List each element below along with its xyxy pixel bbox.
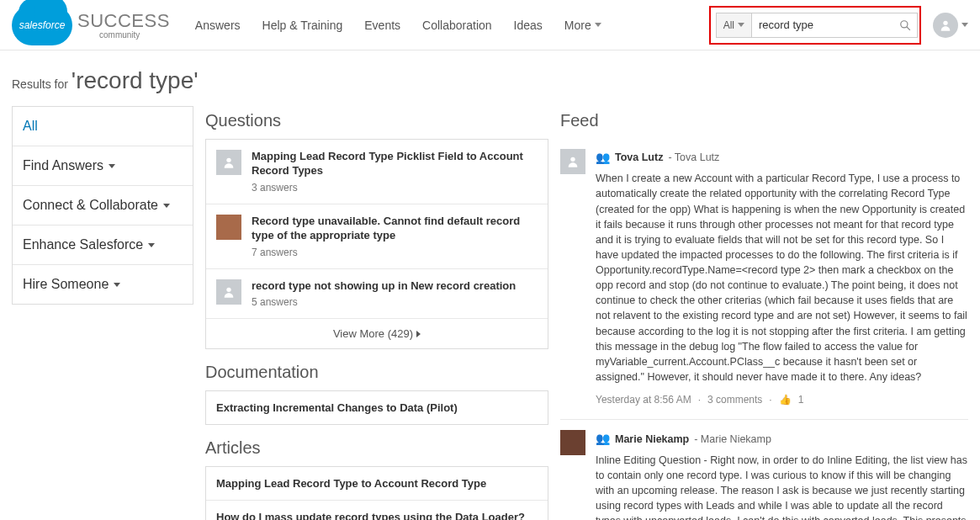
feed-meta: Yesterday at 8:56 AM · 3 comments · 👍 1 [596, 393, 968, 407]
search-button[interactable] [896, 16, 914, 34]
question-meta: 3 answers [252, 182, 538, 194]
top-nav: Answers Help & Training Events Collabora… [195, 19, 601, 32]
feed-title: Feed [560, 111, 968, 130]
brand-small: community [99, 30, 170, 40]
question-row[interactable]: record type not showing up in New record… [206, 269, 548, 320]
nav-answers[interactable]: Answers [195, 19, 241, 32]
svg-point-0 [901, 20, 908, 27]
group-icon: 👥 [596, 149, 610, 166]
chevron-down-icon [163, 204, 170, 208]
chevron-down-icon [148, 243, 155, 247]
feed-author[interactable]: Marie Niekamp [615, 432, 689, 447]
avatar-icon [216, 150, 241, 175]
feed-item: 👥 Marie Niekamp - Marie Niekamp Inline E… [560, 420, 968, 520]
feed-author-suffix: - Tova Lutz [668, 150, 719, 165]
group-icon: 👥 [596, 430, 610, 447]
question-title: Mapping Lead Record Type Picklist Field … [252, 150, 538, 178]
feed-body-text: When I create a new Account with a parti… [596, 171, 968, 385]
search-icon [899, 19, 911, 31]
nav-help-training[interactable]: Help & Training [262, 19, 343, 32]
feed-time: Yesterday at 8:56 AM [596, 393, 691, 407]
question-row[interactable]: Record type unavailable. Cannot find def… [206, 204, 548, 269]
svg-point-5 [570, 157, 575, 162]
question-meta: 7 answers [252, 247, 538, 258]
sidebar-item-hire-someone[interactable]: Hire Someone [13, 265, 193, 304]
articles-panel: Mapping Lead Record Type to Account Reco… [205, 466, 548, 520]
chevron-down-icon [738, 23, 744, 27]
view-more-questions[interactable]: View More (429) [206, 319, 548, 348]
feed-author[interactable]: Tova Lutz [615, 150, 663, 165]
like-icon[interactable]: 👍 [779, 393, 792, 407]
feed-item: 👥 Tova Lutz - Tova Lutz When I create a … [560, 139, 968, 420]
documentation-title: Documentation [205, 363, 548, 382]
svg-line-1 [907, 26, 910, 29]
chevron-down-icon [114, 283, 120, 287]
sidebar-item-all[interactable]: All [13, 107, 193, 146]
avatar-icon[interactable] [560, 149, 585, 174]
article-row[interactable]: How do I mass update record types using … [206, 501, 548, 520]
user-menu[interactable] [933, 13, 968, 38]
feed-author-line: 👥 Marie Niekamp - Marie Niekamp [596, 430, 968, 447]
feed-author-suffix: - Marie Niekamp [694, 432, 771, 447]
brand-big: SUCCESS [77, 10, 170, 32]
results-heading: Results for 'record type' [0, 50, 980, 106]
feed-body-text: Inline Editing Question - Right now, in … [596, 453, 968, 520]
feed-likes: 1 [798, 393, 804, 407]
questions-panel: Mapping Lead Record Type Picklist Field … [205, 139, 548, 349]
nav-ideas[interactable]: Ideas [514, 19, 543, 32]
question-row[interactable]: Mapping Lead Record Type Picklist Field … [206, 140, 548, 204]
sidebar-item-find-answers[interactable]: Find Answers [13, 146, 193, 186]
search-container: All [709, 6, 921, 45]
chevron-down-icon [961, 23, 968, 27]
search-scope-label: All [723, 19, 734, 31]
question-meta: 5 answers [252, 296, 516, 308]
documentation-panel: Extracting Incremental Changes to Data (… [205, 390, 548, 425]
search-input[interactable] [751, 13, 918, 38]
svg-point-4 [226, 287, 230, 291]
questions-title: Questions [205, 111, 548, 130]
feed-comments[interactable]: 3 comments [707, 393, 762, 407]
sidebar-item-connect-collaborate[interactable]: Connect & Collaborate [13, 186, 193, 226]
salesforce-cloud-icon: salesforce [12, 5, 72, 45]
doc-row[interactable]: Extracting Incremental Changes to Data (… [206, 391, 548, 424]
nav-more[interactable]: More [564, 19, 601, 32]
filter-sidebar: All Find Answers Connect & Collaborate E… [12, 106, 193, 305]
feed-author-line: 👥 Tova Lutz - Tova Lutz [596, 149, 968, 166]
avatar-icon [216, 215, 241, 240]
avatar-icon [933, 13, 958, 38]
brand-text: SUCCESS community [77, 10, 170, 40]
question-title: record type not showing up in New record… [252, 279, 516, 294]
article-row[interactable]: Mapping Lead Record Type to Account Reco… [206, 467, 548, 501]
articles-title: Articles [205, 438, 548, 458]
nav-collaboration[interactable]: Collaboration [422, 19, 492, 32]
avatar-icon[interactable] [560, 430, 585, 455]
avatar-icon [216, 279, 241, 305]
chevron-right-icon [416, 331, 421, 337]
sidebar-item-enhance-salesforce[interactable]: Enhance Salesforce [13, 226, 193, 265]
chevron-down-icon [595, 23, 601, 27]
results-query: 'record type' [72, 67, 199, 93]
nav-events[interactable]: Events [364, 19, 400, 32]
svg-point-3 [226, 158, 230, 162]
chevron-down-icon [109, 164, 115, 168]
question-title: Record type unavailable. Cannot find def… [252, 215, 538, 243]
logo[interactable]: salesforce SUCCESS community [12, 5, 170, 45]
header: salesforce SUCCESS community Answers Hel… [0, 0, 980, 50]
svg-point-2 [943, 20, 947, 24]
results-prefix: Results for [12, 77, 72, 91]
search-scope-dropdown[interactable]: All [716, 13, 751, 38]
